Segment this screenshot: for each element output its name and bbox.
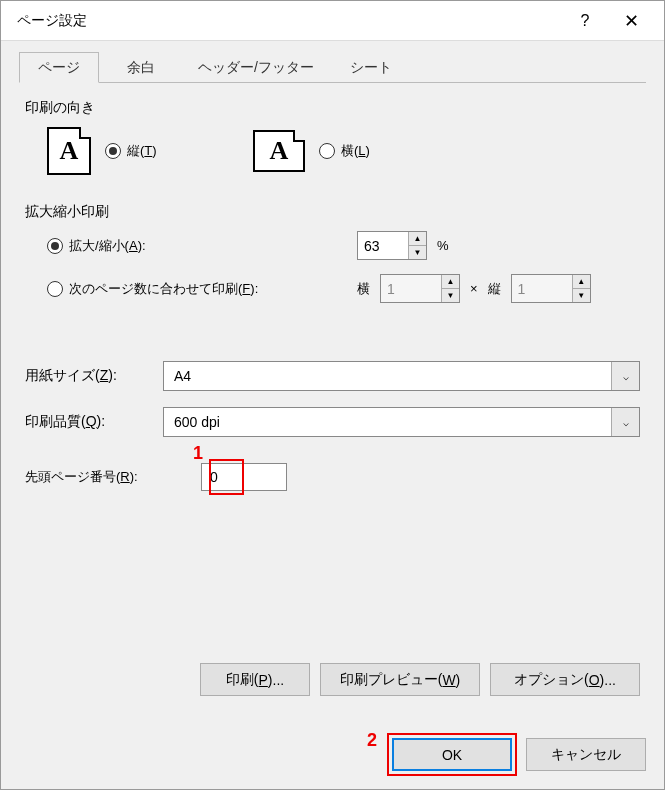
portrait-label: 縦(T): [127, 142, 157, 160]
fit-tall-input[interactable]: [512, 275, 572, 302]
first-page-label: 先頭ページ番号(R):: [25, 468, 193, 486]
landscape-icon: A: [253, 130, 305, 172]
help-button[interactable]: ?: [562, 1, 608, 41]
fit-wide-label: 横: [357, 280, 370, 298]
tab-strip: ページ 余白 ヘッダー/フッター シート: [19, 51, 646, 83]
scaling-fit-radio[interactable]: 次のページ数に合わせて印刷(F):: [47, 280, 258, 298]
fit-tall-label: 縦: [488, 280, 501, 298]
dialog-content: ページ 余白 ヘッダー/フッター シート 印刷の向き A 縦(T) A 横(L): [1, 41, 664, 738]
adjust-label: 拡大/縮小(A):: [69, 237, 146, 255]
spinner-up-icon[interactable]: ▲: [573, 275, 590, 289]
spinner-up-icon[interactable]: ▲: [442, 275, 459, 289]
orientation-row: A 縦(T) A 横(L): [25, 127, 640, 175]
chevron-down-icon[interactable]: ⌵: [611, 408, 639, 436]
ok-button[interactable]: OK: [392, 738, 512, 771]
scaling-adjust-radio[interactable]: 拡大/縮小(A):: [47, 237, 146, 255]
scaling-adjust-row: 拡大/縮小(A): ▲ ▼ %: [25, 231, 640, 260]
paper-size-combo[interactable]: A4 ⌵: [163, 361, 640, 391]
portrait-icon: A: [47, 127, 91, 175]
action-buttons-row: 印刷(P)... 印刷プレビュー(W) オプション(O)...: [25, 663, 640, 696]
cancel-button[interactable]: キャンセル: [526, 738, 646, 771]
dialog-title: ページ設定: [11, 12, 562, 30]
close-button[interactable]: ✕: [608, 1, 654, 41]
spinner-down-icon[interactable]: ▼: [409, 246, 426, 259]
print-quality-value: 600 dpi: [164, 414, 611, 430]
orientation-portrait-radio[interactable]: 縦(T): [105, 142, 195, 160]
annotation-1: 1: [193, 443, 203, 464]
fit-label: 次のページ数に合わせて印刷(F):: [69, 280, 258, 298]
tab-page-panel: 印刷の向き A 縦(T) A 横(L) 拡大縮小印刷: [19, 83, 646, 720]
landscape-label: 横(L): [341, 142, 370, 160]
scaling-group-label: 拡大縮小印刷: [25, 203, 640, 221]
percent-label: %: [437, 238, 449, 253]
scaling-group: 拡大縮小印刷 拡大/縮小(A): ▲ ▼: [25, 203, 640, 317]
first-page-row: 1 先頭ページ番号(R):: [25, 463, 640, 491]
print-preview-button[interactable]: 印刷プレビュー(W): [320, 663, 480, 696]
print-button[interactable]: 印刷(P)...: [200, 663, 310, 696]
paper-size-label: 用紙サイズ(Z):: [25, 367, 155, 385]
spinner-down-icon[interactable]: ▼: [442, 289, 459, 302]
print-quality-combo[interactable]: 600 dpi ⌵: [163, 407, 640, 437]
radio-icon: [319, 143, 335, 159]
annotation-2: 2: [367, 730, 377, 751]
tab-page[interactable]: ページ: [19, 52, 99, 83]
paper-size-row: 用紙サイズ(Z): A4 ⌵: [25, 361, 640, 391]
fit-tall-spinner[interactable]: ▲ ▼: [511, 274, 591, 303]
tab-margins[interactable]: 余白: [101, 52, 181, 83]
tab-sheet[interactable]: シート: [331, 52, 411, 83]
page-setup-dialog: ページ設定 ? ✕ ページ 余白 ヘッダー/フッター シート 印刷の向き A 縦…: [0, 0, 665, 790]
times-label: ×: [470, 281, 478, 296]
titlebar: ページ設定 ? ✕: [1, 1, 664, 41]
radio-icon: [105, 143, 121, 159]
tab-header-footer[interactable]: ヘッダー/フッター: [183, 52, 329, 83]
first-page-input[interactable]: [201, 463, 287, 491]
footer-row: 2 OK キャンセル: [1, 738, 664, 789]
orientation-group-label: 印刷の向き: [25, 99, 640, 117]
spinner-down-icon[interactable]: ▼: [573, 289, 590, 302]
adjust-input[interactable]: [358, 232, 408, 259]
spinner-up-icon[interactable]: ▲: [409, 232, 426, 246]
print-quality-label: 印刷品質(Q):: [25, 413, 155, 431]
radio-icon: [47, 281, 63, 297]
fit-wide-spinner[interactable]: ▲ ▼: [380, 274, 460, 303]
options-button[interactable]: オプション(O)...: [490, 663, 640, 696]
print-quality-row: 印刷品質(Q): 600 dpi ⌵: [25, 407, 640, 437]
scaling-fit-row: 次のページ数に合わせて印刷(F): 横 ▲ ▼ × 縦: [25, 274, 640, 303]
fit-wide-input[interactable]: [381, 275, 441, 302]
paper-size-value: A4: [164, 368, 611, 384]
chevron-down-icon[interactable]: ⌵: [611, 362, 639, 390]
radio-icon: [47, 238, 63, 254]
adjust-spinner[interactable]: ▲ ▼: [357, 231, 427, 260]
orientation-landscape-radio[interactable]: 横(L): [319, 142, 409, 160]
